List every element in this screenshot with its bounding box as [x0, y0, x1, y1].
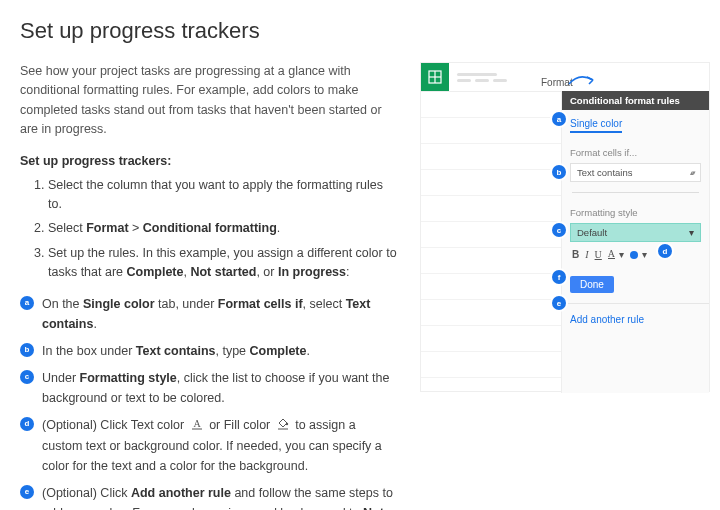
- subheading: Set up progress trackers:: [20, 154, 398, 168]
- italic-icon[interactable]: I: [585, 249, 588, 260]
- step-3: Set up the rules. In this example, you a…: [48, 244, 398, 283]
- callout-e: e: [552, 296, 566, 310]
- svg-text:A: A: [193, 418, 201, 429]
- formatting-style-label: Formatting style: [570, 207, 701, 218]
- underline-icon[interactable]: U: [595, 249, 602, 260]
- style-select[interactable]: Default ▾: [570, 223, 701, 242]
- tab-single-color[interactable]: Single color: [570, 118, 622, 133]
- page-title: Set up progress trackers: [20, 18, 700, 44]
- add-another-rule-link[interactable]: Add another rule: [562, 304, 709, 325]
- instructions-column: See how your project tasks are progressi…: [20, 62, 398, 510]
- conditional-format-panel: Conditional format rules Single color Fo…: [561, 91, 709, 393]
- callout-c: c: [552, 223, 566, 237]
- callout-d: d: [658, 244, 672, 258]
- sheets-mock: Format Conditional format rules Single c…: [420, 62, 710, 392]
- panel-done-button[interactable]: Done: [570, 276, 614, 293]
- sheets-logo-icon: [421, 63, 449, 91]
- badge-a: a: [20, 296, 34, 310]
- callout-b: b: [552, 165, 566, 179]
- intro-paragraph: See how your project tasks are progressi…: [20, 62, 398, 140]
- step-1: Select the column that you want to apply…: [48, 176, 398, 215]
- step-b: b In the box under Text contains, type C…: [20, 341, 398, 361]
- spreadsheet-grid: [421, 91, 563, 391]
- illustration-column: Format Conditional format rules Single c…: [420, 62, 710, 510]
- badge-b: b: [20, 343, 34, 357]
- callout-f: f: [552, 270, 566, 284]
- panel-title: Conditional format rules: [562, 91, 709, 110]
- callout-a: a: [552, 112, 566, 126]
- value-input[interactable]: [572, 192, 699, 193]
- badge-e: e: [20, 485, 34, 499]
- svg-rect-3: [278, 429, 288, 430]
- text-color-icon: A: [191, 416, 203, 436]
- step-a: a On the Single color tab, under Format …: [20, 294, 398, 334]
- format-toolbar: B I U A▾ ▾: [570, 249, 701, 260]
- badge-d: d: [20, 417, 34, 431]
- step-d: d (Optional) Click Text color A or Fill …: [20, 415, 398, 476]
- fill-color-icon: [277, 416, 289, 436]
- bold-icon[interactable]: B: [572, 249, 579, 260]
- text-color-tool-icon[interactable]: A: [608, 250, 615, 259]
- step-e: e (Optional) Click Add another rule and …: [20, 483, 398, 510]
- fill-color-tool-icon[interactable]: [630, 251, 638, 259]
- numbered-steps: Select the column that you want to apply…: [48, 176, 398, 283]
- select-caret-icon: ▴▾: [690, 169, 694, 177]
- condition-select[interactable]: Text contains ▴▾: [570, 163, 701, 182]
- svg-rect-1: [192, 429, 202, 430]
- format-cells-if-label: Format cells if...: [570, 147, 701, 158]
- style-caret-icon: ▾: [689, 227, 694, 238]
- badge-c: c: [20, 370, 34, 384]
- step-2: Select Format > Conditional formatting.: [48, 219, 398, 238]
- step-c: c Under Formatting style, click the list…: [20, 368, 398, 408]
- lettered-steps: a On the Single color tab, under Format …: [20, 294, 398, 510]
- svg-point-2: [286, 423, 288, 425]
